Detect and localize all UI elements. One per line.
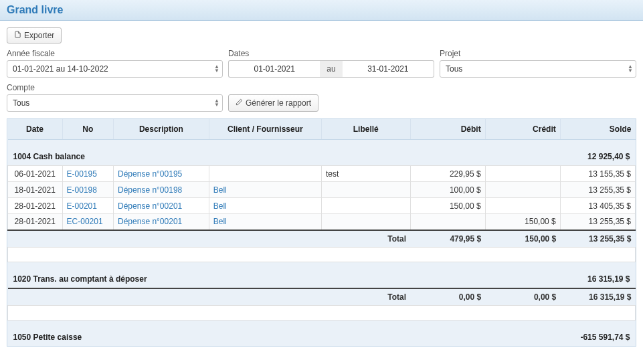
date-separator: au: [320, 60, 342, 78]
table-header-row: Date No Description Client / Fournisseur…: [8, 119, 636, 140]
project-select[interactable]: Tous ▲▼: [440, 60, 636, 78]
section-balance: 16 315,19 $: [410, 262, 636, 288]
cell-no: E-00198: [62, 182, 113, 198]
total-row: Total479,95 $150,00 $13 255,35 $: [8, 230, 636, 248]
controls-panel: Exporter Année fiscale 01-01-2021 au 14-…: [0, 21, 643, 118]
cf-link[interactable]: Bell: [213, 185, 227, 195]
fiscal-year-field: Année fiscale 01-01-2021 au 14-10-2022 ▲…: [7, 49, 223, 78]
project-field: Projet Tous ▲▼: [440, 49, 636, 78]
cell-cre: [485, 198, 560, 214]
cell-cre: [485, 166, 560, 182]
cell-date: 06-01-2021: [8, 166, 63, 182]
table-row: 28-01-2021E-00201Dépense n°00201Bell150,…: [8, 198, 636, 214]
table-row: 06-01-2021E-00195Dépense n°00195test229,…: [8, 166, 636, 182]
cell-desc: Dépense n°00198: [114, 182, 209, 198]
col-date: Date: [8, 119, 63, 140]
total-deb: 0,00 $: [410, 288, 485, 306]
cell-lib: [321, 182, 410, 198]
cell-cre: 150,00 $: [485, 214, 560, 230]
total-deb: 479,95 $: [410, 230, 485, 248]
desc-link[interactable]: Dépense n°00201: [118, 217, 182, 226]
col-cre: Crédit: [485, 119, 560, 140]
total-label: Total: [8, 230, 411, 248]
cell-desc: Dépense n°00195: [114, 166, 209, 182]
cell-cf: Bell: [209, 214, 321, 230]
generate-report-button[interactable]: Générer le rapport: [228, 94, 318, 112]
cell-lib: [321, 198, 410, 214]
cell-sol: 13 255,35 $: [560, 182, 635, 198]
col-no: No: [62, 119, 113, 140]
cell-no: EC-00201: [62, 214, 113, 230]
cell-date: 28-01-2021: [8, 214, 63, 230]
col-desc: Description: [114, 119, 209, 140]
spinner-icon: ▲▼: [214, 99, 219, 107]
cell-deb: 100,00 $: [410, 182, 485, 198]
export-label: Exporter: [24, 31, 54, 40]
project-label: Projet: [440, 49, 636, 58]
desc-link[interactable]: Dépense n°00201: [118, 201, 182, 211]
no-link[interactable]: EC-00201: [67, 217, 103, 226]
fiscal-year-label: Année fiscale: [7, 49, 223, 58]
cell-lib: test: [321, 166, 410, 182]
ledger-table: Date No Description Client / Fournisseur…: [7, 119, 636, 346]
cell-sol: 13 255,35 $: [560, 214, 635, 230]
generate-label: Générer le rapport: [246, 98, 311, 108]
cell-lib: [321, 214, 410, 230]
no-link[interactable]: E-00198: [67, 185, 97, 195]
cell-desc: Dépense n°00201: [114, 214, 209, 230]
desc-link[interactable]: Dépense n°00195: [118, 169, 182, 179]
cell-no: E-00201: [62, 198, 113, 214]
cell-deb: 229,95 $: [410, 166, 485, 182]
project-value: Tous: [446, 64, 462, 74]
section-header: 1004 Cash balance12 925,40 $: [8, 140, 636, 166]
table-row: 18-01-2021E-00198Dépense n°00198Bell100,…: [8, 182, 636, 198]
cell-cre: [485, 182, 560, 198]
cell-date: 28-01-2021: [8, 198, 63, 214]
cell-sol: 13 155,35 $: [560, 166, 635, 182]
cell-date: 18-01-2021: [8, 182, 63, 198]
total-cre: 150,00 $: [485, 230, 560, 248]
account-label: Compte: [7, 83, 223, 92]
total-sol: 16 315,19 $: [560, 288, 635, 306]
total-row: Total0,00 $0,00 $16 315,19 $: [8, 288, 636, 306]
section-header: 1020 Trans. au comptant à déposer16 315,…: [8, 262, 636, 288]
cf-link[interactable]: Bell: [213, 217, 227, 226]
section-name: 1020 Trans. au comptant à déposer: [8, 262, 411, 288]
account-value: Tous: [13, 98, 29, 108]
cell-cf: Bell: [209, 198, 321, 214]
table-row: 28-01-2021EC-00201Dépense n°00201Bell150…: [8, 214, 636, 230]
date-from-input[interactable]: 01-01-2021: [228, 60, 320, 78]
cell-cf: Bell: [209, 182, 321, 198]
title-bar: Grand livre: [0, 0, 643, 21]
page-title: Grand livre: [7, 4, 636, 16]
spinner-icon: ▲▼: [214, 65, 219, 73]
col-deb: Débit: [410, 119, 485, 140]
no-link[interactable]: E-00195: [67, 169, 97, 179]
section-balance: -615 591,74 $: [410, 320, 636, 346]
date-to-value: 31-01-2021: [348, 64, 428, 74]
cell-desc: Dépense n°00201: [114, 198, 209, 214]
fiscal-year-value: 01-01-2021 au 14-10-2022: [13, 64, 108, 74]
date-to-input[interactable]: 31-01-2021: [343, 60, 434, 78]
section-name: 1050 Petite caisse: [8, 320, 411, 346]
col-cf: Client / Fournisseur: [209, 119, 321, 140]
date-from-value: 01-01-2021: [234, 64, 314, 74]
export-button[interactable]: Exporter: [7, 27, 62, 43]
cell-cf: [209, 166, 321, 182]
cell-deb: [410, 214, 485, 230]
total-sol: 13 255,35 $: [560, 230, 635, 248]
no-link[interactable]: E-00201: [67, 201, 97, 211]
pencil-icon: [236, 98, 243, 108]
export-icon: [14, 31, 21, 40]
report-panel: Date No Description Client / Fournisseur…: [7, 118, 636, 347]
col-lib: Libellé: [321, 119, 410, 140]
spinner-icon: ▲▼: [628, 65, 633, 73]
cell-sol: 13 405,35 $: [560, 198, 635, 214]
desc-link[interactable]: Dépense n°00198: [118, 185, 182, 195]
account-select[interactable]: Tous ▲▼: [7, 94, 223, 112]
spacer-row: [8, 305, 636, 320]
section-balance: 12 925,40 $: [410, 140, 636, 166]
cf-link[interactable]: Bell: [213, 201, 227, 211]
fiscal-year-select[interactable]: 01-01-2021 au 14-10-2022 ▲▼: [7, 60, 223, 78]
dates-label: Dates: [228, 49, 434, 58]
